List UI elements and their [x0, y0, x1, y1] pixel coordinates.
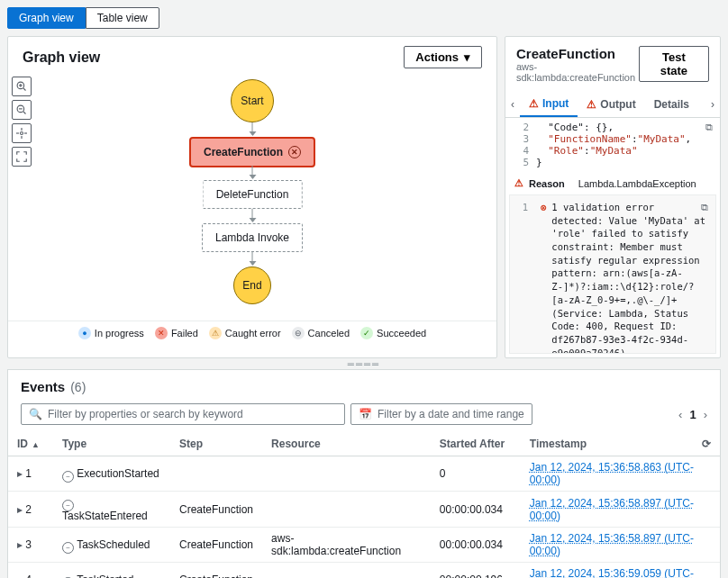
view-tabs: Graph view Table view: [7, 7, 159, 29]
expand-caret[interactable]: ▸: [17, 503, 23, 516]
table-row[interactable]: ▸ 4− TaskStartedCreateFunction00:00:00.1…: [8, 563, 720, 579]
page-prev[interactable]: ‹: [678, 408, 682, 421]
graph-panel: Graph view Actions▾ Start CreateFunction…: [7, 36, 497, 358]
node-lambdainvoke[interactable]: Lambda Invoke: [202, 223, 303, 252]
search-icon: 🔍: [29, 408, 42, 420]
filter-input[interactable]: 🔍 Filter by properties or search by keyw…: [21, 403, 345, 425]
col-timestamp[interactable]: Timestamp⟳: [521, 432, 720, 456]
node-deletefunction[interactable]: DeleteFunction: [203, 180, 303, 209]
date-filter-input[interactable]: 📅 Filter by a date and time range: [350, 403, 532, 425]
col-step[interactable]: Step: [170, 432, 262, 456]
warning-icon: ⚠: [514, 177, 523, 189]
resize-handle[interactable]: ════: [0, 358, 728, 369]
copy-icon[interactable]: ⧉: [705, 122, 713, 133]
test-state-button[interactable]: Test state: [639, 46, 709, 82]
col-type[interactable]: Type: [53, 432, 170, 456]
error-icon: ✕: [288, 146, 301, 158]
timestamp-link[interactable]: Jan 12, 2024, 15:36:58.897 (UTC-00:00): [530, 497, 694, 522]
expand-caret[interactable]: ▸: [17, 538, 23, 551]
tab-scroll-left[interactable]: ‹: [505, 95, 520, 114]
expand-caret[interactable]: ▸: [17, 573, 23, 578]
node-createfunction[interactable]: CreateFunction✕: [189, 137, 315, 167]
timestamp-link[interactable]: Jan 12, 2024, 15:36:58.863 (UTC-00:00): [530, 461, 694, 486]
events-table: ID▲ Type Step Resource Started After Tim…: [8, 432, 720, 578]
copy-icon[interactable]: ⧉: [701, 201, 708, 214]
events-panel: Events (6) 🔍 Filter by properties or sea…: [7, 369, 721, 578]
graph-canvas[interactable]: Start CreateFunction✕ DeleteFunction Lam…: [8, 77, 496, 321]
details-panel: CreateFunction aws-sdk:lambda:createFunc…: [505, 36, 721, 358]
status-icon: −: [62, 500, 74, 511]
calendar-icon: 📅: [359, 408, 372, 420]
details-title: CreateFunction: [516, 46, 639, 61]
col-id[interactable]: ID▲: [8, 432, 53, 456]
events-title: Events: [21, 379, 65, 394]
table-row[interactable]: ▸ 2− TaskStateEnteredCreateFunction00:00…: [8, 492, 720, 528]
tab-input[interactable]: ⚠Input: [520, 92, 578, 117]
sort-asc-icon: ▲: [32, 440, 40, 449]
details-subtitle: aws-sdk:lambda:createFunction: [516, 61, 639, 83]
actions-button[interactable]: Actions▾: [404, 46, 482, 68]
node-end[interactable]: End: [233, 266, 271, 304]
status-icon: −: [62, 542, 74, 554]
legend: ●In progress ✕Failed ⚠Caught error ⊖Canc…: [8, 321, 496, 345]
page-next[interactable]: ›: [704, 408, 707, 421]
error-x-icon: ⊗: [541, 201, 546, 348]
node-start[interactable]: Start: [231, 79, 274, 122]
tab-output[interactable]: ⚠Output: [578, 93, 644, 116]
table-row[interactable]: ▸ 1− ExecutionStarted0Jan 12, 2024, 15:3…: [8, 456, 720, 492]
page-current: 1: [689, 408, 696, 421]
tab-table-view[interactable]: Table view: [86, 7, 159, 29]
reason-row: ⚠ Reason Lambda.LambdaException: [505, 172, 720, 194]
timestamp-link[interactable]: Jan 12, 2024, 15:36:58.897 (UTC-00:00): [530, 532, 694, 557]
tab-graph-view[interactable]: Graph view: [7, 7, 86, 29]
tab-details[interactable]: Details: [645, 93, 698, 116]
warning-icon: ⚠: [587, 98, 596, 111]
status-icon: −: [62, 471, 74, 483]
timestamp-link[interactable]: Jan 12, 2024, 15:36:59.059 (UTC-00:00): [530, 567, 694, 578]
expand-caret[interactable]: ▸: [17, 467, 23, 480]
settings-icon[interactable]: ⟳: [702, 438, 711, 450]
input-code: ⧉ 2 "Code": {}, 3 "FunctionName": "MyDat…: [505, 118, 720, 172]
chevron-down-icon: ▾: [464, 50, 470, 64]
graph-title: Graph view: [23, 50, 100, 66]
table-row[interactable]: ▸ 3− TaskScheduledCreateFunctionaws-sdk:…: [8, 528, 720, 563]
col-resource[interactable]: Resource: [262, 432, 431, 456]
col-started[interactable]: Started After: [431, 432, 521, 456]
error-detail: 1 ⊗ ⧉ 1 validation error detected: Value…: [509, 194, 716, 354]
events-count: (6): [70, 380, 86, 394]
tab-scroll-right[interactable]: ›: [705, 95, 720, 114]
warning-icon: ⚠: [529, 97, 539, 110]
